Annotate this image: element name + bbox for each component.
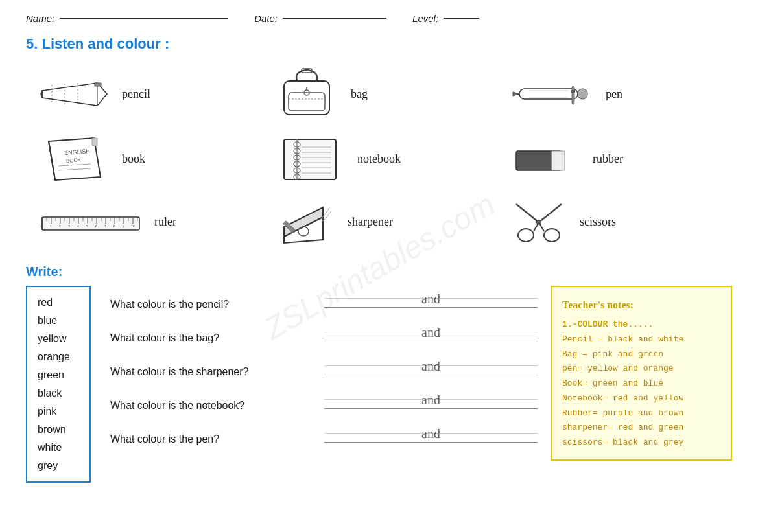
colors-box: redblueyelloworangegreenblackpinkbrownwh…	[26, 286, 91, 483]
notes-item: sharpener= red and green	[562, 421, 720, 435]
bag-label: bag	[351, 87, 368, 101]
ruler-label: ruler	[154, 215, 176, 229]
cursive-and: and	[421, 292, 440, 306]
question-row: What colour is the bag?and	[110, 319, 538, 344]
color-item: grey	[38, 457, 79, 475]
notes-item: Rubber= purple and brown	[562, 406, 720, 421]
write-label: Write:	[26, 264, 732, 279]
svg-rect-4	[95, 83, 101, 86]
color-item: white	[38, 439, 79, 457]
cursive-and: and	[421, 325, 440, 340]
notes-item: Notebook= red and yellow	[562, 391, 720, 406]
scissors-image	[510, 198, 568, 246]
header: Name: Date: Level:	[26, 13, 732, 24]
question-text: What colour is the pencil?	[110, 299, 318, 310]
teacher-notes: Teacher's notes: 1.-COLOUR the.....Penci…	[551, 286, 732, 461]
svg-rect-17	[572, 86, 574, 104]
svg-text:6: 6	[95, 224, 97, 228]
svg-line-26	[58, 168, 91, 170]
svg-line-83	[516, 204, 539, 222]
date-field: Date:	[254, 13, 386, 24]
svg-point-86	[518, 229, 534, 242]
item-pen: pen	[497, 62, 732, 126]
svg-point-88	[544, 229, 560, 242]
answer-baseline	[324, 408, 538, 409]
rubber-label: rubber	[593, 152, 623, 166]
answer-area: and	[324, 387, 538, 411]
book-label: book	[122, 152, 145, 166]
write-section: redblueyelloworangegreenblackpinkbrownwh…	[26, 286, 732, 483]
item-ruler: 0 1 2 3 4 5 6 7 8	[26, 191, 261, 253]
svg-text:7: 7	[104, 224, 106, 228]
color-item: blue	[38, 312, 79, 330]
cursive-and: and	[421, 393, 440, 408]
level-label: Level:	[412, 13, 438, 24]
svg-marker-80	[284, 207, 323, 237]
item-bag: bag	[261, 62, 497, 126]
item-scissors: scissors	[497, 191, 732, 253]
answer-baseline	[324, 375, 538, 375]
item-notebook: notebook	[261, 126, 497, 191]
items-grid: pencil	[26, 62, 732, 253]
color-item: yellow	[38, 330, 79, 348]
notebook-label: notebook	[357, 152, 401, 166]
svg-text:3: 3	[68, 224, 70, 228]
item-sharpener: sharpener	[261, 191, 497, 253]
questions-col: What colour is the pencil?andWhat colour…	[110, 286, 538, 483]
level-line	[444, 18, 479, 19]
sharpener-image	[274, 198, 336, 246]
svg-rect-28	[284, 139, 336, 179]
question-row: What colour is the sharpener?and	[110, 353, 538, 378]
ruler-image: 0 1 2 3 4 5 6 7 8	[39, 209, 143, 235]
svg-line-89	[539, 222, 544, 231]
color-item: brown	[38, 421, 79, 439]
svg-text:9: 9	[123, 224, 124, 228]
svg-line-84	[539, 204, 562, 222]
cursive-and: and	[421, 359, 440, 374]
color-item: black	[38, 384, 79, 402]
question-text: What colour is the notebook?	[110, 400, 318, 411]
level-field: Level:	[412, 13, 479, 24]
pen-image	[510, 81, 594, 107]
date-label: Date:	[254, 13, 278, 24]
svg-text:8: 8	[113, 224, 115, 228]
color-item: red	[38, 294, 79, 312]
item-book: ENGLISH BOOK book	[26, 126, 261, 191]
notes-body: 1.-COLOUR the.....Pencil = black and whi…	[562, 318, 720, 450]
answer-area: and	[324, 353, 538, 378]
notes-item: 1.-COLOUR the.....	[562, 318, 720, 332]
cursive-and: and	[421, 426, 440, 441]
svg-line-22	[49, 141, 55, 180]
item-pencil: pencil	[26, 62, 261, 126]
pen-label: pen	[606, 87, 622, 101]
bag-image	[274, 68, 339, 120]
notes-title: Teacher's notes:	[562, 296, 720, 314]
question-row: What colour is the pen?and	[110, 421, 538, 445]
svg-text:4: 4	[77, 224, 79, 228]
name-line	[60, 18, 228, 19]
question-row: What colour is the pencil?and	[110, 286, 538, 310]
svg-rect-14	[519, 89, 578, 99]
question-text: What colour is the pen?	[110, 434, 318, 445]
answer-baseline	[324, 341, 538, 341]
scissors-label: scissors	[580, 215, 616, 229]
date-line	[283, 18, 386, 19]
svg-rect-45	[42, 217, 139, 230]
pencil-image	[39, 76, 110, 112]
question-text: What colour is the sharpener?	[110, 366, 318, 378]
svg-text:10: 10	[131, 224, 135, 228]
svg-text:1: 1	[50, 224, 52, 228]
svg-line-25	[58, 164, 91, 166]
answer-baseline	[324, 442, 538, 443]
notebook-image	[274, 133, 346, 185]
svg-text:5: 5	[86, 224, 88, 228]
svg-marker-2	[40, 91, 42, 98]
svg-rect-16	[578, 89, 587, 99]
notes-item: Pencil = black and white	[562, 332, 720, 347]
notes-item: Book= green and blue	[562, 376, 720, 391]
answer-baseline	[324, 307, 538, 308]
svg-text:BOOK: BOOK	[66, 157, 82, 164]
section-title: 5. Listen and colour :	[26, 36, 732, 52]
svg-text:ENGLISH: ENGLISH	[64, 147, 90, 156]
notes-item: pen= yellow and orange	[562, 362, 720, 376]
